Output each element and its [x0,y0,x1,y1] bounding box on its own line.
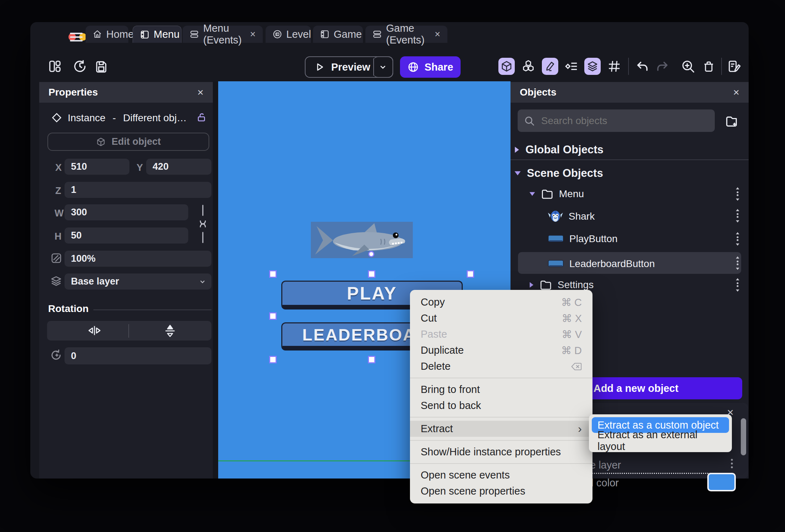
trash-icon[interactable] [701,58,717,75]
properties-close-icon[interactable]: × [197,86,204,98]
menu-item-open-scene-properties[interactable]: Open scene properties [410,483,592,499]
instance-diamond-icon [51,112,62,123]
delete-key-icon [571,362,582,371]
object-label: PlayButton [569,233,617,245]
object-row-shark[interactable]: Shark [548,210,595,223]
button-object-thumbnail [548,235,564,243]
caret-down-icon [529,191,535,196]
extract-submenu: Extract as a custom object Extract as an… [589,414,732,452]
x-label: X [55,162,62,173]
instance-object-name: Different obj… [123,112,186,124]
tab-menu[interactable]: Menu × [133,26,181,43]
rotation-handle[interactable] [368,251,374,257]
flip-buttons-bar [47,321,211,341]
preview-dropdown-button[interactable] [373,56,393,78]
object-label: Shark [569,211,595,222]
instances-list-icon[interactable] [564,58,580,75]
folder-row-settings[interactable]: Settings [529,279,594,291]
events-icon [373,30,382,39]
menu-separator [410,417,592,418]
tab-close-icon[interactable]: × [435,29,440,40]
object-row-playbutton[interactable]: PlayButton [548,233,617,245]
selection-handle-top-left[interactable] [269,270,277,278]
row-drag-handle-icon[interactable] [735,187,740,201]
flip-horizontal-button[interactable] [87,325,102,336]
hamburger-menu-icon[interactable] [70,32,83,42]
selection-handle-middle-left[interactable] [269,312,277,320]
row-drag-handle-icon[interactable] [735,256,740,270]
3d-box-toggle-icon[interactable] [498,58,515,75]
unlock-icon[interactable] [196,112,207,123]
undo-icon[interactable] [634,58,651,75]
menu-item-copy[interactable]: Copy⌘ C [410,294,592,310]
menu-item-extract[interactable]: Extract › [410,421,592,437]
menu-item-send-to-back[interactable]: Send to back [410,398,592,414]
rename-edit-icon[interactable] [726,58,743,75]
edit-pencil-toggle-icon[interactable] [542,58,558,75]
tab-close-icon[interactable]: × [250,29,256,40]
caret-down-icon [514,170,521,176]
menu-item-show-hide-instance-properties[interactable]: Show/Hide instance properties [410,444,592,460]
selection-handle-bottom-middle[interactable] [368,356,375,363]
layers-toggle-icon[interactable] [584,58,601,75]
w-input[interactable] [65,204,188,220]
selection-handle-bottom-left[interactable] [269,356,277,363]
menu-item-duplicate[interactable]: Duplicate⌘ D [410,342,592,358]
y-input[interactable] [146,159,211,175]
search-icon [524,116,535,126]
folder-icon [541,189,553,199]
edit-object-label: Edit object [112,136,161,147]
redo-icon[interactable] [654,58,671,75]
row-drag-handle-icon[interactable] [735,278,740,292]
grid-icon[interactable] [606,58,622,75]
folder-icon [540,280,552,290]
tab-menu-events[interactable]: Menu (Events) × [183,26,263,43]
shark-sprite[interactable] [311,222,413,258]
submenu-item-extract-external-layout[interactable]: Extract as an external layout [592,433,729,449]
opacity-input[interactable] [65,251,211,267]
project-manager-icon[interactable] [47,58,63,75]
global-objects-row[interactable]: Global Objects [514,143,604,156]
search-input[interactable] [540,115,708,127]
row-drag-handle-icon[interactable] [735,232,740,246]
flip-vertical-button[interactable] [164,324,176,338]
tab-home[interactable]: Home [86,26,128,43]
folder-label: Menu [559,188,584,200]
tab-game[interactable]: Game × [313,26,363,43]
layer-dotted-divider [572,473,715,474]
rotation-input[interactable] [65,347,211,364]
scene-objects-row[interactable]: Scene Objects [514,167,603,180]
menu-item-delete[interactable]: Delete [410,358,592,374]
layer-select[interactable]: Base layer [65,273,211,290]
tab-level[interactable]: Level × [266,26,311,43]
tab-game-events[interactable]: Game (Events) × [365,26,447,43]
row-drag-handle-icon[interactable] [735,209,740,222]
menu-item-bring-to-front[interactable]: Bring to front [410,382,592,398]
zoom-in-icon[interactable] [680,58,696,75]
selection-handle-top-middle[interactable] [368,270,375,278]
share-button[interactable]: Share [400,56,461,78]
x-input[interactable] [65,159,129,175]
rotation-section-title: Rotation [48,303,89,314]
save-icon[interactable] [93,58,109,75]
objects-cubes-icon[interactable] [520,58,537,75]
folder-row-menu[interactable]: Menu [529,188,584,200]
submenu-arrow-icon: › [578,422,582,435]
add-folder-icon[interactable] [724,114,739,128]
edit-object-button[interactable]: Edit object [47,133,209,151]
scrollbar-thumb[interactable] [741,418,746,455]
h-input[interactable] [65,227,188,244]
selection-handle-top-right[interactable] [467,270,474,278]
link-dimensions-icon[interactable] [197,204,209,244]
object-row-leaderboardbutton[interactable]: LeaderboardButton [518,252,741,274]
search-box[interactable] [518,109,715,132]
scene-objects-label: Scene Objects [527,167,603,180]
z-input[interactable] [65,182,211,198]
layer-row-menu-icon[interactable] [730,458,734,469]
objects-close-icon[interactable]: × [733,86,739,98]
menu-item-cut[interactable]: Cut⌘ X [410,310,592,326]
tab-label: Menu (Events) [203,22,245,46]
menu-item-open-scene-events[interactable]: Open scene events [410,467,592,483]
background-color-swatch[interactable] [707,473,736,491]
history-icon[interactable] [72,58,88,75]
